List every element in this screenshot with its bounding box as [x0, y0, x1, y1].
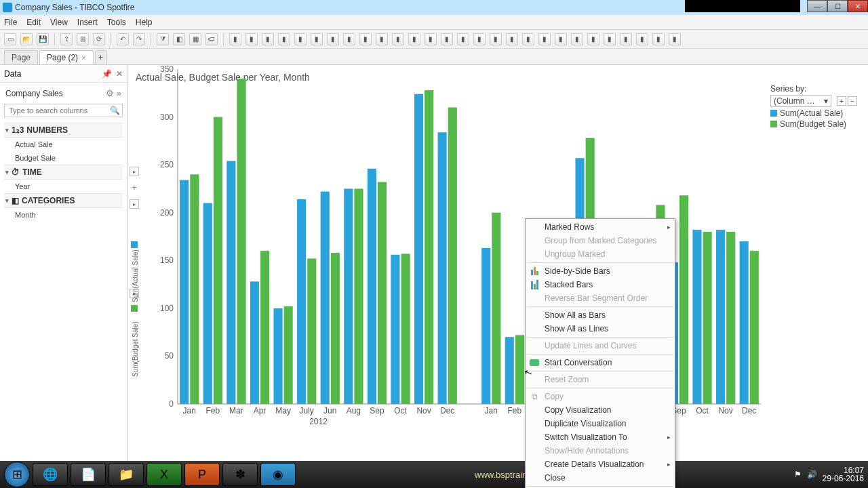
ctx-all-lines[interactable]: Show All as Lines: [526, 322, 675, 336]
tool-filter-icon[interactable]: ⧩: [157, 33, 169, 45]
ctx-switch-viz[interactable]: Switch Visualization To▸: [526, 430, 675, 444]
tool-viz17-icon[interactable]: ▮: [506, 33, 518, 45]
tool-viz23-icon[interactable]: ▮: [604, 33, 616, 45]
menu-file[interactable]: File: [4, 18, 17, 27]
task-powerpoint-icon[interactable]: P: [184, 463, 220, 486]
tool-viz6-icon[interactable]: ▮: [327, 33, 339, 45]
group-categories[interactable]: ▾◧CATEGORIES: [4, 193, 123, 208]
ctx-dup-viz[interactable]: Duplicate Visualization: [526, 417, 675, 430]
tab-page[interactable]: Page: [4, 50, 38, 64]
ctx-start-conversation[interactable]: Start Conversation: [526, 356, 675, 369]
tool-undo-icon[interactable]: ↶: [117, 33, 129, 45]
tool-viz10-icon[interactable]: ▮: [392, 33, 404, 45]
tool-open-icon[interactable]: 📂: [20, 33, 33, 45]
tool-viz19-icon[interactable]: ▮: [538, 33, 551, 45]
tool-viz16-icon[interactable]: ▮: [490, 33, 502, 45]
tab-close-icon[interactable]: ×: [81, 54, 85, 62]
tool-addtable-icon[interactable]: ⊞: [77, 33, 89, 45]
tool-viz9-icon[interactable]: ▮: [376, 33, 388, 45]
close-window-button[interactable]: ✕: [848, 0, 868, 12]
menu-tools[interactable]: Tools: [107, 18, 126, 27]
menu-help[interactable]: Help: [136, 18, 153, 27]
tool-viz26-icon[interactable]: ▮: [652, 33, 665, 45]
tool-viz22-icon[interactable]: ▮: [587, 33, 599, 45]
tool-redo-icon[interactable]: ↷: [133, 33, 145, 45]
legend-minus[interactable]: −: [848, 96, 857, 106]
ctx-marked-rows[interactable]: Marked Rows▸: [526, 220, 675, 234]
task-gotomeeting-icon[interactable]: ✽: [222, 463, 258, 486]
tool-viz8-icon[interactable]: ▮: [359, 33, 372, 45]
close-panel-icon[interactable]: ✕: [116, 69, 123, 79]
tool-viz11-icon[interactable]: ▮: [408, 33, 420, 45]
data-panel: Data 📌 ✕ Company Sales ⚙ » 🔍 ▾1₂3NUMBERS…: [0, 65, 127, 468]
tool-viz2-icon[interactable]: ▮: [262, 33, 274, 45]
menu-insert[interactable]: Insert: [77, 18, 98, 27]
tool-viz12-icon[interactable]: ▮: [425, 33, 437, 45]
column-year[interactable]: Year: [4, 180, 123, 193]
tool-viz24-icon[interactable]: ▮: [620, 33, 632, 45]
gear-icon[interactable]: ⚙ »: [106, 88, 121, 98]
task-spotfire-icon[interactable]: ◉: [260, 463, 296, 486]
tray-flag-icon[interactable]: ⚑: [794, 470, 802, 479]
tool-viz1-icon[interactable]: ▮: [245, 33, 258, 45]
tray-vol-icon[interactable]: 🔊: [807, 470, 817, 479]
axis-plus-icon[interactable]: +: [132, 183, 136, 192]
tab-add[interactable]: +: [95, 50, 107, 64]
svg-text:Nov: Nov: [718, 406, 732, 415]
axis-expand-icon[interactable]: ▸: [130, 167, 139, 176]
ctx-stacked[interactable]: Stacked Bars: [526, 278, 675, 291]
legend-seriesby-dropdown[interactable]: (Column …▾: [770, 95, 831, 107]
tool-viz3-icon[interactable]: ▮: [278, 33, 290, 45]
search-columns-input[interactable]: [4, 104, 123, 117]
tool-viz21-icon[interactable]: ▮: [571, 33, 583, 45]
search-icon[interactable]: 🔍: [110, 106, 120, 115]
column-actual-sale[interactable]: Actual Sale: [4, 138, 123, 151]
tool-viz18-icon[interactable]: ▮: [522, 33, 534, 45]
tool-viz25-icon[interactable]: ▮: [636, 33, 648, 45]
ctx-side-by-side[interactable]: Side-by-Side Bars: [526, 264, 675, 278]
column-budget-sale[interactable]: Budget Sale: [4, 151, 123, 165]
tool-viz7-icon[interactable]: ▮: [343, 33, 355, 45]
tab-page-2[interactable]: Page (2)×: [39, 50, 93, 64]
dataset-name[interactable]: Company Sales: [5, 89, 63, 98]
tool-tag-icon[interactable]: 🏷: [205, 33, 218, 45]
task-chrome-icon[interactable]: 🌐: [33, 463, 68, 486]
axis-expand2-icon[interactable]: ▸: [130, 199, 139, 209]
pin-icon[interactable]: 📌: [102, 69, 112, 79]
ctx-all-bars[interactable]: Show All as Bars: [526, 308, 675, 322]
column-month[interactable]: Month: [4, 208, 123, 222]
tool-new-icon[interactable]: ▭: [4, 33, 16, 45]
svg-rect-37: [391, 255, 399, 404]
menu-edit[interactable]: Edit: [26, 18, 41, 27]
ctx-create-details[interactable]: Create Details Visualization▸: [526, 458, 675, 471]
tool-select-icon[interactable]: ▦: [189, 33, 201, 45]
tool-viz14-icon[interactable]: ▮: [457, 33, 469, 45]
tool-viz5-icon[interactable]: ▮: [311, 33, 323, 45]
group-numbers[interactable]: ▾1₂3NUMBERS: [4, 123, 123, 138]
legend-plus[interactable]: +: [837, 96, 846, 106]
tool-viz20-icon[interactable]: ▮: [555, 33, 567, 45]
ctx-copy-viz[interactable]: Copy Visualization: [526, 403, 675, 417]
tool-viz0-icon[interactable]: ▮: [229, 33, 241, 45]
tool-replace-icon[interactable]: ⟳: [93, 33, 105, 45]
task-explorer-icon[interactable]: 📁: [108, 463, 144, 486]
tool-marker-icon[interactable]: ◧: [173, 33, 185, 45]
start-button[interactable]: ⊞: [4, 462, 30, 487]
tool-export-icon[interactable]: ⇪: [60, 33, 73, 45]
maximize-button[interactable]: ☐: [827, 0, 848, 12]
group-time[interactable]: ▾⏱TIME: [4, 165, 123, 180]
tool-viz4-icon[interactable]: ▮: [294, 33, 307, 45]
system-tray[interactable]: ⚑ 🔊 16:0729-06-2016: [794, 466, 864, 483]
tool-viz27-icon[interactable]: ▮: [669, 33, 681, 45]
tool-viz13-icon[interactable]: ▮: [441, 33, 453, 45]
tool-viz15-icon[interactable]: ▮: [473, 33, 486, 45]
svg-text:250: 250: [160, 160, 174, 169]
menu-view[interactable]: View: [50, 18, 68, 27]
svg-rect-77: [716, 230, 725, 404]
task-notepad-icon[interactable]: 📄: [71, 463, 106, 486]
minimize-button[interactable]: —: [807, 0, 827, 12]
ctx-close[interactable]: Close: [526, 471, 675, 485]
svg-rect-40: [414, 94, 423, 404]
tool-save-icon[interactable]: 💾: [37, 33, 49, 45]
task-excel-icon[interactable]: X: [146, 463, 182, 486]
